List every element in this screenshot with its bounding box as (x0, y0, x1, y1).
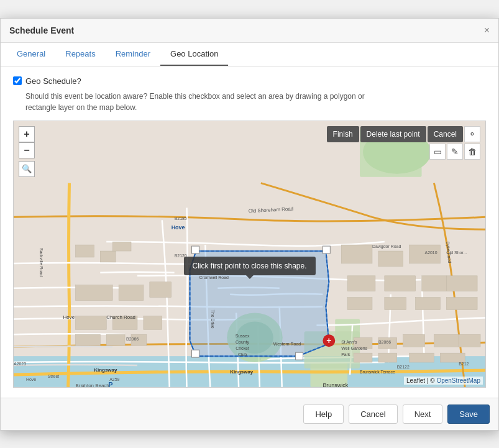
zoom-out-button[interactable]: − (19, 142, 35, 158)
svg-text:A2010: A2010 (425, 250, 437, 255)
finish-button[interactable]: Finish (327, 126, 359, 142)
svg-text:Davigdor Road: Davigdor Road (372, 244, 401, 249)
svg-text:Well Gardens: Well Gardens (341, 346, 368, 350)
svg-rect-23 (385, 275, 416, 291)
svg-rect-15 (144, 316, 162, 329)
help-button[interactable]: Help (303, 405, 344, 424)
svg-text:Park: Park (341, 352, 350, 357)
svg-text:A2023: A2023 (14, 362, 26, 366)
geo-schedule-label[interactable]: Geo Schedule? (25, 76, 81, 86)
svg-text:Sussex: Sussex (236, 334, 250, 338)
svg-text:Hove: Hove (172, 224, 185, 231)
draw-shape-row: ▭ ✎ 🗑 (327, 144, 480, 160)
svg-text:B212: B212 (459, 362, 469, 366)
tab-general[interactable]: General (7, 43, 55, 66)
svg-rect-9 (112, 242, 131, 251)
map-draw-toolbar: Finish Delete last point Cancel ⚬ ▭ ✎ 🗑 (327, 126, 480, 160)
svg-rect-32 (403, 334, 425, 347)
svg-rect-35 (354, 353, 372, 362)
svg-rect-10 (75, 285, 112, 300)
map-tooltip: Click first point to close this shape. (183, 257, 315, 275)
svg-text:Club: Club (238, 352, 247, 357)
svg-text:Old Shor...: Old Shor... (446, 250, 467, 255)
cancel-draw-button[interactable]: Cancel (428, 126, 463, 142)
zoom-controls: + − 🔍 (19, 126, 35, 177)
svg-text:County: County (236, 340, 250, 345)
svg-text:Church Road: Church Road (106, 314, 135, 320)
svg-text:B2066: B2066 (378, 340, 391, 344)
geo-schedule-row: Geo Schedule? (13, 76, 486, 86)
svg-rect-27 (385, 297, 406, 309)
svg-text:Cricket: Cricket (236, 346, 249, 350)
svg-text:Kingsway: Kingsway (94, 367, 117, 373)
tab-repeats[interactable]: Repeats (55, 43, 105, 66)
delete-icon[interactable]: 🗑 (464, 144, 480, 160)
svg-rect-7 (75, 245, 94, 257)
rectangle-icon[interactable]: ▭ (429, 144, 446, 160)
svg-text:B2066: B2066 (126, 337, 139, 341)
map-svg: + Old Shoreham Road Cromwell Road Wester… (14, 121, 485, 387)
draw-action-row: Finish Delete last point Cancel ⚬ (327, 126, 480, 142)
map-attribution: Leaflet | © OpenStreetMap (404, 377, 483, 385)
polygon-icon[interactable]: ⚬ (464, 126, 480, 142)
tab-bar: General Repeats Reminder Geo Location (1, 43, 498, 66)
edit-icon[interactable]: ✎ (447, 144, 463, 160)
svg-rect-24 (422, 275, 447, 291)
map-tooltip-text: Click first point to close this shape. (192, 262, 306, 270)
map-search-button[interactable]: 🔍 (19, 161, 35, 177)
svg-rect-17 (106, 334, 125, 345)
svg-rect-25 (446, 275, 477, 291)
geo-description: Should this event be location aware? Ena… (25, 91, 486, 113)
svg-rect-29 (446, 297, 477, 309)
svg-rect-46 (323, 246, 330, 254)
svg-text:B2122: B2122 (397, 365, 410, 369)
svg-rect-28 (416, 297, 441, 309)
next-button[interactable]: Next (403, 405, 443, 424)
schedule-event-dialog: Schedule Event × General Repeats Reminde… (0, 18, 499, 431)
svg-rect-20 (378, 251, 403, 267)
close-button[interactable]: × (484, 25, 490, 36)
zoom-in-button[interactable]: + (19, 126, 35, 142)
dialog-title: Schedule Event (9, 25, 74, 35)
svg-text:St Ann's: St Ann's (341, 340, 357, 344)
svg-text:+: + (326, 336, 331, 345)
svg-text:Hove: Hove (26, 377, 36, 381)
svg-rect-26 (347, 297, 372, 309)
svg-text:Hove: Hove (63, 314, 75, 320)
svg-rect-16 (75, 334, 100, 345)
svg-rect-33 (434, 334, 459, 347)
svg-text:Brunswick: Brunswick (323, 382, 348, 386)
svg-rect-38 (440, 353, 465, 362)
svg-text:Street: Street (48, 373, 60, 378)
save-button[interactable]: Save (447, 405, 490, 424)
svg-rect-34 (459, 334, 480, 347)
svg-rect-11 (119, 285, 144, 300)
svg-rect-37 (410, 353, 434, 362)
osm-link[interactable]: OpenStreetMap (436, 377, 480, 384)
cancel-button[interactable]: Cancel (349, 405, 397, 424)
svg-text:Brunswick Terrace: Brunswick Terrace (360, 369, 395, 373)
svg-rect-47 (296, 352, 303, 360)
dialog-footer: Help Cancel Next Save (1, 398, 498, 430)
tab-content: Geo Schedule? Should this event be locat… (1, 66, 498, 398)
geo-schedule-checkbox[interactable] (13, 76, 22, 85)
svg-rect-8 (100, 251, 116, 262)
svg-rect-19 (341, 245, 372, 263)
svg-rect-13 (75, 316, 106, 329)
map-container[interactable]: + Old Shoreham Road Cromwell Road Wester… (13, 121, 486, 388)
svg-rect-48 (191, 350, 199, 357)
svg-text:P: P (108, 380, 112, 386)
svg-text:Brighton Beach: Brighton Beach (75, 382, 109, 386)
geo-section: Geo Schedule? Should this event be locat… (13, 76, 486, 113)
delete-last-point-button[interactable]: Delete last point (360, 126, 426, 142)
svg-rect-36 (378, 353, 397, 362)
tab-reminder[interactable]: Reminder (106, 43, 160, 66)
svg-text:Western Road: Western Road (273, 342, 301, 346)
svg-rect-22 (347, 275, 375, 291)
svg-text:Cromwell Road: Cromwell Road (199, 275, 229, 279)
leaflet-attribution: Leaflet (406, 377, 425, 384)
svg-text:Sackville Road: Sackville Road (39, 248, 43, 277)
tab-geo-location[interactable]: Geo Location (160, 43, 228, 66)
svg-rect-12 (150, 281, 172, 297)
svg-text:Kingsway: Kingsway (230, 368, 254, 374)
